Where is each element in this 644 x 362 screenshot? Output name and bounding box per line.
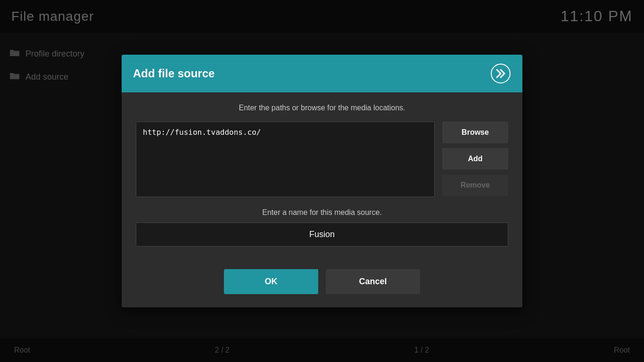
source-row: http://fusion.tvaddons.co/ Browse Add Re…	[136, 122, 508, 197]
source-buttons: Browse Add Remove	[442, 122, 508, 197]
add-button[interactable]: Add	[442, 148, 508, 170]
source-name-input[interactable]	[136, 222, 508, 247]
name-label: Enter a name for this media source.	[136, 208, 508, 217]
dialog-subtitle: Enter the paths or browse for the media …	[136, 104, 508, 112]
remove-button[interactable]: Remove	[442, 174, 508, 196]
cancel-button[interactable]: Cancel	[326, 269, 420, 294]
browse-button[interactable]: Browse	[442, 122, 508, 143]
dialog-body: Enter the paths or browse for the media …	[122, 92, 522, 269]
dialog-footer: OK Cancel	[122, 269, 522, 307]
source-url-input[interactable]: http://fusion.tvaddons.co/	[136, 122, 435, 197]
dialog-header: Add file source	[122, 55, 522, 92]
name-section: Enter a name for this media source.	[136, 208, 508, 247]
add-file-source-dialog: Add file source Enter the paths or brows…	[122, 55, 522, 307]
kodi-logo-icon	[490, 63, 511, 84]
ok-button[interactable]: OK	[224, 269, 318, 294]
dialog-title: Add file source	[133, 67, 215, 80]
modal-overlay: Add file source Enter the paths or brows…	[0, 0, 644, 362]
